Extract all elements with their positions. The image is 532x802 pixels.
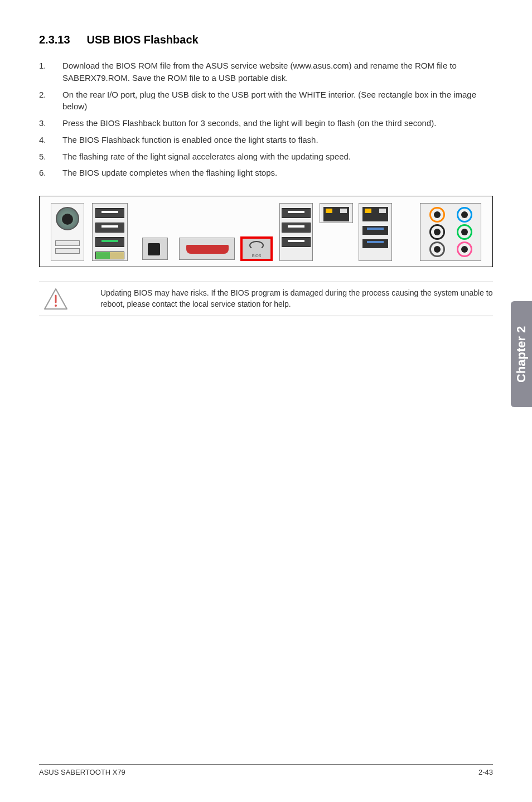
list-text: Press the BIOS Flashback button for 3 se… xyxy=(62,117,436,129)
usb-lan-stack-icon xyxy=(359,203,392,261)
audio-jack-blue-icon xyxy=(457,207,472,223)
io-panel-diagram xyxy=(39,196,493,267)
spdif-port-icon xyxy=(142,238,168,260)
ps2-port-icon xyxy=(51,203,84,261)
page-footer: ASUS SABERTOOTH X79 2-43 xyxy=(39,764,493,776)
list-item: 2. On the rear I/O port, plug the USB di… xyxy=(39,89,493,113)
list-text: The BIOS Flashback function is enabled o… xyxy=(62,134,318,146)
list-number: 4. xyxy=(39,134,62,146)
list-item: 1. Download the BIOS ROM file from the A… xyxy=(39,60,493,84)
audio-jacks-icon xyxy=(420,203,481,261)
list-number: 3. xyxy=(39,117,62,129)
footer-left: ASUS SABERTOOTH X79 xyxy=(39,768,125,776)
audio-jack-pink-icon xyxy=(457,241,472,257)
list-text: The flashing rate of the light signal ac… xyxy=(62,151,351,163)
lan-port-icon xyxy=(320,203,353,223)
list-item: 5. The flashing rate of the light signal… xyxy=(39,151,493,163)
list-text: The BIOS update completes when the flash… xyxy=(62,167,277,179)
list-item: 3. Press the BIOS Flashback button for 3… xyxy=(39,117,493,129)
list-number: 1. xyxy=(39,60,62,84)
audio-jack-green-icon xyxy=(457,224,472,240)
list-text: Download the BIOS ROM file from the ASUS… xyxy=(62,60,493,84)
audio-jack-grey-icon xyxy=(429,241,445,257)
instruction-list: 1. Download the BIOS ROM file from the A… xyxy=(39,60,493,179)
audio-jack-black-icon xyxy=(429,224,445,240)
list-number: 2. xyxy=(39,89,62,113)
list-number: 6. xyxy=(39,167,62,179)
list-item: 6. The BIOS update completes when the fl… xyxy=(39,167,493,179)
section-heading: 2.3.13 USB BIOS Flashback xyxy=(39,33,493,46)
audio-jack-orange-icon xyxy=(429,207,445,223)
warning-note: Updating BIOS may have risks. If the BIO… xyxy=(39,282,493,316)
usb-stack-icon xyxy=(92,203,128,261)
warning-text: Updating BIOS may have risks. If the BIO… xyxy=(85,288,493,310)
footer-right: 2-43 xyxy=(478,768,493,776)
hdmi-port-icon xyxy=(179,238,235,260)
bios-flashback-port-highlight-icon xyxy=(240,236,273,261)
list-number: 5. xyxy=(39,151,62,163)
list-item: 4. The BIOS Flashback function is enable… xyxy=(39,134,493,146)
section-number: 2.3.13 xyxy=(39,33,84,46)
list-text: On the rear I/O port, plug the USB disk … xyxy=(62,89,493,113)
usb-lan-stack-icon xyxy=(279,203,313,261)
section-title: USB BIOS Flashback xyxy=(87,33,199,46)
chapter-tab: Chapter 2 xyxy=(511,301,532,407)
svg-point-1 xyxy=(55,305,57,307)
warning-triangle-icon xyxy=(43,288,68,310)
